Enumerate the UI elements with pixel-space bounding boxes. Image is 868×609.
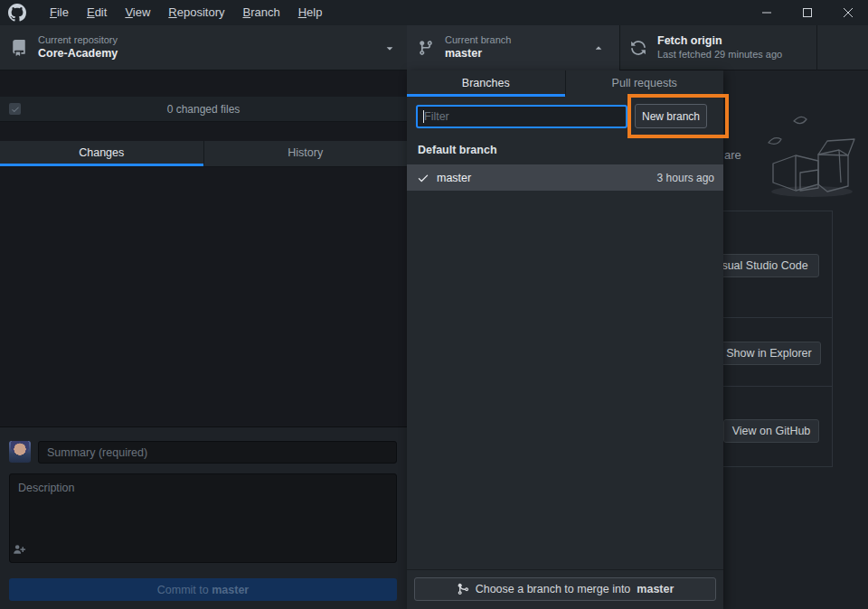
branch-row-master[interactable]: master 3 hours ago bbox=[407, 164, 723, 191]
default-branch-header: Default branch bbox=[418, 144, 497, 156]
window-controls bbox=[746, 0, 868, 25]
fetch-origin-subtitle: Last fetched 29 minutes ago bbox=[657, 49, 782, 61]
tab-changes[interactable]: Changes bbox=[0, 141, 204, 166]
select-all-checkbox[interactable] bbox=[9, 103, 21, 115]
fetch-origin-title: Fetch origin bbox=[657, 34, 782, 49]
maximize-button[interactable] bbox=[787, 0, 827, 25]
merge-button-prefix: Choose a branch to merge into bbox=[476, 583, 631, 595]
popover-divider bbox=[407, 569, 723, 570]
branch-filter-input[interactable] bbox=[416, 105, 627, 128]
chevron-down-icon bbox=[383, 42, 396, 54]
add-coauthor-icon[interactable] bbox=[13, 543, 26, 557]
current-branch-button[interactable]: Current branch master bbox=[407, 25, 619, 70]
current-repository-button[interactable]: Current repository Core-Academy bbox=[0, 25, 407, 70]
menu-repository[interactable]: Repository bbox=[159, 0, 233, 25]
branches-pullrequests-tabs: Branches Pull requests bbox=[407, 70, 723, 97]
branch-name: master bbox=[437, 172, 471, 184]
check-icon bbox=[417, 172, 429, 184]
close-button[interactable] bbox=[827, 0, 868, 25]
open-in-editor-button[interactable]: sual Studio Code bbox=[711, 254, 819, 277]
open-boxes-illustration bbox=[755, 96, 868, 204]
tab-branches[interactable]: Branches bbox=[407, 70, 566, 97]
merge-branch-button[interactable]: Choose a branch to merge into master bbox=[414, 577, 716, 601]
menu-help[interactable]: Help bbox=[289, 0, 332, 25]
current-branch-value: master bbox=[445, 47, 511, 61]
show-in-explorer-button[interactable]: Show in Explorer bbox=[717, 342, 821, 365]
user-avatar bbox=[9, 441, 31, 463]
commit-summary-input[interactable] bbox=[38, 441, 397, 464]
changes-history-tabs: Changes History bbox=[0, 141, 407, 167]
menu-branch[interactable]: Branch bbox=[233, 0, 288, 25]
text-caret bbox=[423, 110, 424, 123]
commit-button-branch: master bbox=[212, 584, 249, 596]
branch-last-commit-time: 3 hours ago bbox=[657, 172, 714, 184]
partial-subtitle-text: are bbox=[724, 148, 741, 162]
github-desktop-window: File Edit View Repository Branch Help bbox=[0, 0, 868, 609]
minimize-button[interactable] bbox=[746, 0, 787, 25]
menu-bar: File Edit View Repository Branch Help bbox=[41, 0, 331, 25]
commit-to-master-button[interactable]: Commit to master bbox=[9, 578, 397, 601]
branches-popover: Branches Pull requests New branch Defaul… bbox=[407, 70, 723, 609]
new-branch-button[interactable]: New branch bbox=[635, 104, 707, 128]
chevron-up-icon bbox=[592, 42, 605, 54]
git-branch-icon bbox=[418, 40, 434, 56]
tab-pull-requests[interactable]: Pull requests bbox=[566, 70, 724, 97]
titlebar: File Edit View Repository Branch Help bbox=[0, 0, 868, 25]
github-logo-icon bbox=[8, 4, 26, 22]
commit-description-input[interactable] bbox=[9, 473, 397, 563]
sync-icon bbox=[630, 40, 646, 56]
toolbar: Current repository Core-Academy Current … bbox=[0, 25, 868, 70]
current-repository-label: Current repository bbox=[38, 34, 118, 47]
check-icon bbox=[11, 105, 20, 114]
maximize-icon bbox=[803, 8, 812, 17]
card-divider bbox=[706, 317, 832, 318]
merge-button-branch: master bbox=[637, 583, 674, 595]
changed-files-row: 0 changed files bbox=[0, 97, 407, 122]
card-divider bbox=[706, 386, 832, 387]
git-merge-icon bbox=[457, 583, 469, 595]
tab-history[interactable]: History bbox=[204, 141, 408, 166]
repository-icon bbox=[11, 40, 27, 56]
close-icon bbox=[844, 8, 853, 17]
current-branch-label: Current branch bbox=[445, 34, 511, 47]
commit-form: Commit to master bbox=[0, 426, 407, 609]
minimize-icon bbox=[762, 8, 771, 17]
menu-view[interactable]: View bbox=[116, 0, 159, 25]
fetch-origin-button[interactable]: Fetch origin Last fetched 29 minutes ago bbox=[619, 25, 816, 70]
view-on-github-button[interactable]: View on GitHub bbox=[723, 419, 819, 443]
menu-edit[interactable]: Edit bbox=[78, 0, 116, 25]
menu-file[interactable]: File bbox=[41, 0, 78, 25]
current-repository-value: Core-Academy bbox=[38, 47, 118, 61]
changes-panel: Changes History 0 changed files Commit t… bbox=[0, 70, 407, 609]
commit-button-prefix: Commit to bbox=[157, 584, 212, 596]
changed-files-count: 0 changed files bbox=[0, 103, 407, 116]
